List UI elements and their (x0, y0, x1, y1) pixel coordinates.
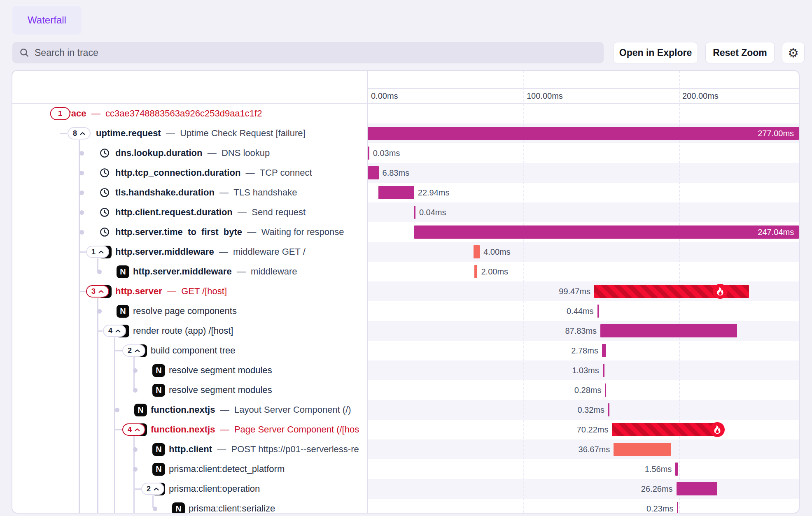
axis-tick-label: 100.00ms (527, 89, 563, 103)
span-duration-bar[interactable] (597, 304, 599, 318)
span-separator: — (202, 148, 221, 158)
span-duration-bar[interactable] (600, 324, 737, 337)
nextjs-icon: N (172, 502, 185, 513)
span-row[interactable]: dns.lookup.duration — DNS lookup0.03ms (12, 143, 799, 163)
span-duration-bar[interactable] (368, 166, 379, 179)
span-separator: — (233, 207, 252, 217)
flame-icon (713, 425, 721, 434)
span-row[interactable]: Nhttp.server.middleware — middleware2.00… (12, 262, 799, 281)
span-duration-bar[interactable] (614, 443, 671, 456)
span-duration-label: 36.67ms (579, 439, 610, 459)
span-duration-bar[interactable] (675, 463, 678, 476)
span-tree-cell: Nfunction.nextjs — Layout Server Compone… (12, 400, 367, 420)
span-row[interactable]: 2Nbuild component tree2.78ms (12, 341, 799, 360)
span-count-badge[interactable]: 1 (86, 246, 109, 258)
span-row[interactable]: Nresolve page components0.44ms (12, 301, 799, 321)
row-stripe-background (368, 479, 799, 499)
span-row[interactable]: 2Nprisma:client:operation26.26ms (12, 479, 799, 499)
row-stripe-background (368, 242, 799, 262)
span-label: dns.lookup.duration — DNS lookup (115, 143, 270, 163)
span-description: TLS handshake (233, 187, 297, 198)
span-name: resolve segment modules (169, 385, 272, 395)
settings-button[interactable]: ⚙ (782, 42, 805, 63)
span-duration-bar[interactable] (608, 403, 609, 416)
span-label: function.nextjs — Page Server Component … (151, 420, 359, 439)
row-stripe-background (368, 163, 799, 183)
span-name: function.nextjs (151, 424, 215, 435)
span-row[interactable]: http.tcp_connection.duration — TCP conne… (12, 163, 799, 183)
nextjs-icon: N (152, 443, 165, 456)
span-duration-bar[interactable] (474, 265, 478, 278)
span-count-badge[interactable]: 3 (86, 285, 109, 298)
span-label: uptime.request — Uptime Check Request [f… (96, 123, 306, 143)
span-label: function.nextjs — Layout Server Componen… (151, 400, 351, 420)
span-duration-bar[interactable]: 247.04ms (414, 225, 799, 239)
span-duration-label: 0.44ms (567, 301, 594, 321)
span-row[interactable]: 8uptime.request — Uptime Check Request [… (12, 123, 799, 143)
span-tree-cell: Nresolve segment modules (12, 360, 367, 380)
span-tree-cell: 4Nfunction.nextjs — Page Server Componen… (12, 420, 367, 439)
span-count-badge[interactable]: 1 (50, 107, 70, 120)
span-row[interactable]: 3Nhttp.server — GET /[host]99.47ms (12, 281, 799, 301)
chevron-up-icon (135, 428, 140, 432)
span-count-badge[interactable]: 4 (103, 325, 126, 337)
span-tree-cell: Nresolve page components (12, 301, 367, 321)
span-count-badge[interactable]: 2 (141, 483, 164, 495)
span-label: resolve segment modules (169, 380, 272, 400)
span-duration-bar[interactable] (378, 186, 414, 199)
span-duration-bar[interactable] (677, 502, 678, 513)
span-duration-label: 6.83ms (383, 163, 410, 183)
span-row[interactable]: tls.handshake.duration — TLS handshake22… (12, 183, 799, 202)
span-separator: — (215, 424, 234, 435)
span-row[interactable]: Nresolve segment modules0.28ms (12, 380, 799, 400)
search-input-wrapper[interactable] (12, 42, 604, 63)
span-row[interactable]: Nprisma:client:serialize0.23ms (12, 499, 799, 513)
span-duration-label: 1.03ms (572, 360, 599, 380)
span-duration-bar[interactable] (605, 384, 606, 397)
span-duration-bar[interactable] (603, 364, 604, 377)
span-label: http.server — GET /[host] (115, 281, 227, 301)
span-row[interactable]: http.server.time_to_first_byte — Waiting… (12, 222, 799, 242)
span-count: 2 (128, 346, 132, 355)
span-duration-label: 1.56ms (645, 459, 672, 479)
span-count-badge[interactable]: 8 (68, 127, 91, 139)
nextjs-icon: N (152, 364, 165, 377)
span-description: middleware GET / (233, 246, 306, 257)
panel-split-divider[interactable] (367, 71, 368, 513)
tree-connector-dot (133, 467, 138, 472)
open-in-explore-button[interactable]: Open in Explore (613, 42, 698, 63)
reset-zoom-button[interactable]: Reset Zoom (705, 42, 775, 63)
span-duration-bar[interactable] (677, 482, 717, 495)
span-duration-label: 0.04ms (419, 202, 446, 222)
flame-badge (710, 422, 725, 437)
span-row[interactable]: http.client.request.duration — Send requ… (12, 202, 799, 222)
span-duration-bar[interactable] (612, 423, 721, 436)
trace-waterfall-app: { "tab": { "label": "Waterfall" }, "tool… (0, 0, 812, 516)
axis-tick-label: 200.00ms (682, 89, 719, 103)
search-input[interactable] (35, 47, 597, 58)
tab-waterfall[interactable]: Waterfall (12, 6, 82, 35)
span-duration-bar[interactable]: 277.00ms (368, 127, 799, 140)
span-row[interactable]: Nprisma:client:detect_platform1.56ms (12, 459, 799, 479)
span-row[interactable]: 1Nhttp.server.middleware — middleware GE… (12, 242, 799, 262)
span-separator: — (242, 227, 261, 237)
span-row[interactable]: Nhttp.client — POST https://p01--serverl… (12, 439, 799, 459)
span-tree-cell: 4Nrender route (app) /[host] (12, 321, 367, 341)
span-row[interactable]: Nfunction.nextjs — Layout Server Compone… (12, 400, 799, 420)
span-duration-label: 99.47ms (559, 281, 590, 301)
span-count-badge[interactable]: 4 (122, 423, 145, 436)
span-duration-bar[interactable] (474, 245, 480, 258)
span-duration-bar[interactable] (414, 206, 415, 219)
span-tree-cell: 8uptime.request — Uptime Check Request [… (12, 123, 367, 143)
span-duration-label: 2.00ms (481, 262, 508, 281)
tree-connector-dot (79, 171, 84, 175)
span-tree-cell: http.tcp_connection.duration — TCP conne… (12, 163, 367, 183)
span-duration-bar[interactable] (368, 146, 369, 160)
span-duration-bar[interactable] (602, 344, 607, 357)
trace-root-row[interactable]: 1Trace — cc3ae3748883563a926c253d9aa1c1f… (12, 104, 799, 123)
span-row[interactable]: 4Nrender route (app) /[host]87.83ms (12, 321, 799, 341)
span-row[interactable]: Nresolve segment modules1.03ms (12, 360, 799, 380)
span-row[interactable]: 4Nfunction.nextjs — Page Server Componen… (12, 420, 799, 439)
span-label: build component tree (151, 341, 235, 360)
span-count-badge[interactable]: 2 (122, 344, 145, 357)
